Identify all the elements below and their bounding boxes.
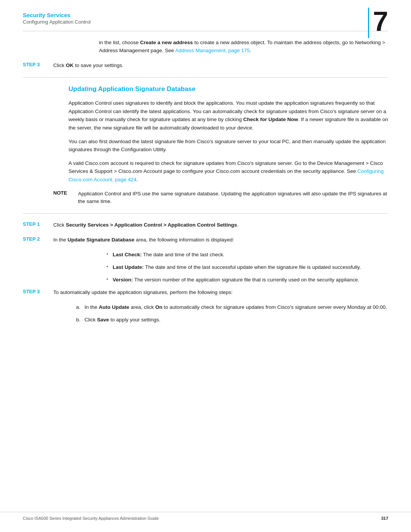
cisco-account-link[interactable]: Configuring Cisco.com Account, page 424 (68, 168, 384, 182)
address-management-link[interactable]: Address Management, page 175 (175, 48, 250, 53)
body-para-3: A valid Cisco.com account is required to… (23, 159, 388, 184)
page-header: Security Services Configuring Applicatio… (0, 0, 411, 29)
alpha-b-label: b. (76, 316, 84, 324)
list-item: a. In the Auto Update area, click On to … (76, 304, 388, 312)
step3-top-row: STEP 3 Click OK to save your settings. (23, 62, 388, 70)
page-container: Security Services Configuring Applicatio… (0, 0, 411, 532)
body-para-2: You can also first download the latest s… (23, 137, 388, 154)
step2-bullet-list: Last Check: The date and time of the las… (23, 251, 388, 284)
main-content: in the list, choose Create a new address… (0, 31, 411, 336)
section-heading: Updating Application Signature Database (23, 85, 388, 93)
list-item: Last Update: The date and time of the la… (107, 264, 388, 272)
step3-top-label: STEP 3 (23, 62, 53, 67)
step1-content: Click Security Services > Application Co… (53, 221, 388, 229)
step2-row: STEP 2 In the Update Signature Database … (23, 236, 388, 244)
steps-section: STEP 1 Click Security Services > Applica… (23, 221, 388, 324)
chapter-number: 7 (373, 8, 388, 35)
step1-label: STEP 1 (23, 221, 53, 227)
alpha-a-content: In the Auto Update area, click On to aut… (84, 304, 388, 312)
note-label: NOTE (53, 190, 78, 196)
step1-row: STEP 1 Click Security Services > Applica… (23, 221, 388, 229)
step3-alpha-list: a. In the Auto Update area, click On to … (23, 304, 388, 324)
page-subtitle: Configuring Application Control (23, 19, 388, 26)
body-para-1-text: Application Control uses signatures to i… (68, 99, 388, 132)
body-para-2-text: You can also first download the latest s… (68, 137, 388, 154)
page-footer: Cisco ISA500 Series Integrated Security … (0, 512, 411, 521)
list-item: Version: The version number of the appli… (107, 276, 388, 284)
step3-bottom-content: To automatically update the application … (53, 289, 388, 297)
body-para-1: Application Control uses signatures to i… (23, 99, 388, 132)
section-title: Security Services (23, 11, 388, 19)
body-para-3-text: A valid Cisco.com account is required to… (68, 159, 388, 184)
chapter-bar (368, 8, 369, 38)
alpha-b-content: Click Save to apply your settings. (84, 316, 388, 324)
section-divider-1 (23, 77, 388, 78)
step2-content: In the Update Signature Database area, t… (53, 236, 388, 244)
note-block: NOTE Application Control and IPS use the… (23, 190, 388, 206)
step3-bottom-label: STEP 3 (23, 289, 53, 294)
step3-bottom-row: STEP 3 To automatically update the appli… (23, 289, 388, 297)
note-content: Application Control and IPS use the same… (78, 190, 388, 206)
list-item: Last Check: The date and time of the las… (107, 251, 388, 259)
step2-label: STEP 2 (23, 236, 53, 242)
intro-block: in the list, choose Create a new address… (23, 39, 388, 55)
footer-page-number: 317 (381, 516, 388, 521)
footer-left-text: Cisco ISA500 Series Integrated Security … (23, 516, 159, 521)
section-divider-2 (23, 213, 388, 214)
step3-top-content: Click OK to save your settings. (53, 62, 388, 70)
list-item: b. Click Save to apply your settings. (76, 316, 388, 324)
intro-text: in the list, choose Create a new address… (99, 39, 388, 55)
alpha-a-label: a. (76, 304, 84, 312)
